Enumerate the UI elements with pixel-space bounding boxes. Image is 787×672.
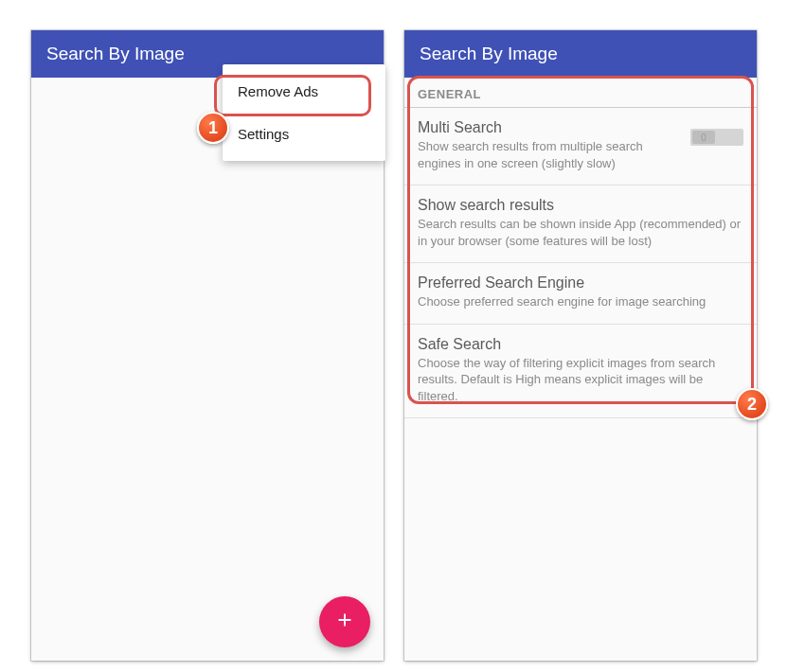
setting-desc: Show search results from multiple search… — [418, 138, 681, 171]
setting-preferred-search-engine[interactable]: Preferred Search Engine Choose preferred… — [404, 263, 757, 325]
setting-text: Multi Search Show search results from mu… — [418, 119, 681, 171]
callout-badge-2: 2 — [736, 388, 768, 420]
setting-title: Safe Search — [418, 336, 743, 353]
fab-add-button[interactable] — [319, 596, 370, 647]
switch-thumb: 0 — [692, 131, 715, 144]
badge-number: 1 — [208, 118, 218, 138]
menu-item-label: Remove Ads — [238, 83, 318, 99]
multi-search-toggle[interactable]: 0 — [690, 129, 743, 146]
setting-text: Preferred Search Engine Choose preferred… — [418, 274, 743, 310]
setting-desc: Choose the way of filtering explicit ima… — [418, 355, 743, 405]
setting-show-search-results[interactable]: Show search results Search results can b… — [404, 186, 757, 263]
app-title: Search By Image — [46, 44, 185, 64]
setting-title: Show search results — [418, 197, 743, 214]
overflow-menu: Remove Ads Settings — [223, 64, 385, 161]
appbar-right: Search By Image — [404, 30, 757, 78]
menu-item-label: Settings — [238, 126, 289, 142]
setting-text: Show search results Search results can b… — [418, 197, 743, 249]
badge-number: 2 — [747, 395, 757, 415]
setting-desc: Choose preferred search engine for image… — [418, 293, 743, 310]
menu-item-remove-ads[interactable]: Remove Ads — [223, 70, 385, 113]
content-left: Remove Ads Settings — [31, 78, 384, 661]
setting-safe-search[interactable]: Safe Search Choose the way of filtering … — [404, 325, 757, 419]
setting-text: Safe Search Choose the way of filtering … — [418, 336, 743, 405]
phone-screen-right: Search By Image GENERAL Multi Search Sho… — [404, 30, 757, 661]
plus-icon — [334, 610, 355, 634]
setting-desc: Search results can be shown inside App (… — [418, 216, 743, 249]
section-header-general: GENERAL — [404, 78, 757, 108]
setting-title: Multi Search — [418, 119, 681, 136]
content-right: GENERAL Multi Search Show search results… — [404, 78, 757, 661]
setting-multi-search[interactable]: Multi Search Show search results from mu… — [404, 108, 757, 186]
setting-title: Preferred Search Engine — [418, 274, 743, 292]
callout-badge-1: 1 — [197, 112, 229, 144]
app-title: Search By Image — [420, 44, 558, 64]
menu-item-settings[interactable]: Settings — [223, 113, 385, 155]
